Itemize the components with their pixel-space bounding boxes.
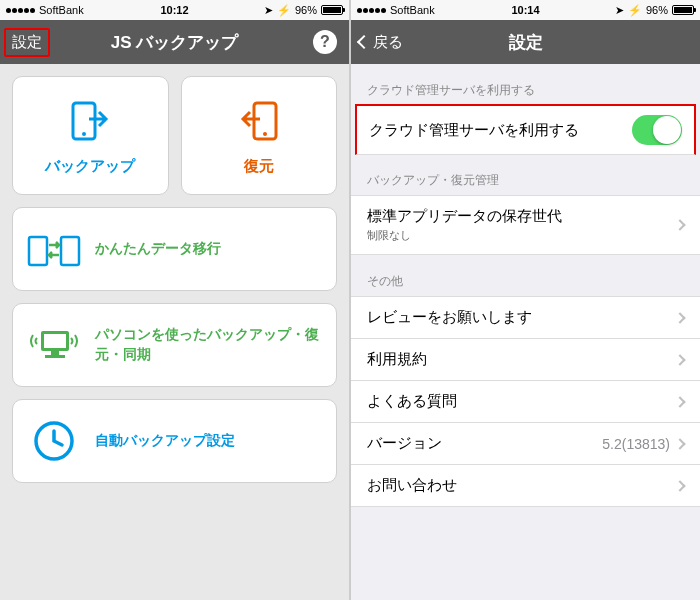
generations-row[interactable]: 標準アプリデータの保存世代 制限なし xyxy=(351,195,700,255)
review-row[interactable]: レビューをお願いします xyxy=(351,296,700,338)
battery-icon xyxy=(672,5,694,15)
svg-rect-7 xyxy=(44,334,66,348)
pc-backup-card[interactable]: パソコンを使ったバックアップ・復元・同期 xyxy=(12,303,337,387)
contact-row[interactable]: お問い合わせ xyxy=(351,464,700,507)
section-backup-header: バックアップ・復元管理 xyxy=(351,154,700,195)
chevron-right-icon xyxy=(674,354,685,365)
chevron-right-icon xyxy=(674,396,685,407)
location-icon: ➤ xyxy=(264,4,273,17)
section-other-header: その他 xyxy=(351,255,700,296)
restore-label: 復元 xyxy=(244,157,274,176)
settings-content: クラウド管理サーバを利用する クラウド管理サーバを利用する バックアップ・復元管… xyxy=(351,64,700,507)
chevron-right-icon xyxy=(674,480,685,491)
backup-card[interactable]: バックアップ xyxy=(12,76,169,195)
battery-percent: 96% xyxy=(295,4,317,16)
svg-point-3 xyxy=(263,132,267,136)
backup-label: バックアップ xyxy=(45,157,135,176)
generations-label: 標準アプリデータの保存世代 xyxy=(367,207,562,226)
faq-row[interactable]: よくある質問 xyxy=(351,380,700,422)
back-label: 戻る xyxy=(373,33,403,52)
restore-icon xyxy=(232,95,286,149)
help-icon: ? xyxy=(320,33,330,51)
chevron-right-icon xyxy=(674,312,685,323)
section-cloud-header: クラウド管理サーバを利用する xyxy=(351,64,700,105)
generations-sub: 制限なし xyxy=(367,228,562,243)
auto-label: 自動バックアップ設定 xyxy=(95,431,322,451)
version-row: バージョン 5.2(13813) xyxy=(351,422,700,464)
settings-title: 設定 xyxy=(509,31,543,54)
backup-icon xyxy=(63,95,117,149)
battery-icon xyxy=(321,5,343,15)
carrier-label: SoftBank xyxy=(39,4,84,16)
svg-rect-4 xyxy=(29,237,47,265)
help-button[interactable]: ? xyxy=(313,30,337,54)
app-title: JS バックアップ xyxy=(111,31,239,54)
status-time: 10:14 xyxy=(511,4,539,16)
signal-icon xyxy=(6,8,35,13)
nav-bar: 戻る 設定 xyxy=(351,20,700,64)
status-bar: SoftBank 10:12 ➤ ⚡ 96% xyxy=(0,0,349,20)
screen-settings: SoftBank 10:14 ➤ ⚡ 96% 戻る 設定 クラウド管理サーバを利… xyxy=(351,0,700,600)
bluetooth-icon: ⚡ xyxy=(277,4,291,17)
home-content: バックアップ 復元 かんたんデータ移行 パソコンを使ったバックアップ・復元・同期 xyxy=(0,64,349,600)
terms-row[interactable]: 利用規約 xyxy=(351,338,700,380)
svg-rect-5 xyxy=(61,237,79,265)
pc-icon xyxy=(27,318,81,372)
clock-icon xyxy=(27,414,81,468)
svg-rect-9 xyxy=(45,355,65,358)
faq-label: よくある質問 xyxy=(367,392,457,411)
cloud-server-label: クラウド管理サーバを利用する xyxy=(369,121,579,140)
carrier-label: SoftBank xyxy=(390,4,435,16)
nav-bar: 設定 JS バックアップ ? xyxy=(0,20,349,64)
pc-label: パソコンを使ったバックアップ・復元・同期 xyxy=(95,325,322,364)
location-icon: ➤ xyxy=(615,4,624,17)
restore-card[interactable]: 復元 xyxy=(181,76,338,195)
terms-label: 利用規約 xyxy=(367,350,427,369)
svg-rect-8 xyxy=(51,351,59,355)
contact-label: お問い合わせ xyxy=(367,476,457,495)
chevron-right-icon xyxy=(674,219,685,230)
migrate-card[interactable]: かんたんデータ移行 xyxy=(12,207,337,291)
migrate-label: かんたんデータ移行 xyxy=(95,239,322,259)
auto-backup-card[interactable]: 自動バックアップ設定 xyxy=(12,399,337,483)
status-time: 10:12 xyxy=(160,4,188,16)
review-label: レビューをお願いします xyxy=(367,308,532,327)
settings-button[interactable]: 設定 xyxy=(4,28,50,57)
back-button[interactable]: 戻る xyxy=(359,33,403,52)
version-label: バージョン xyxy=(367,434,442,453)
chevron-left-icon xyxy=(357,35,371,49)
signal-icon xyxy=(357,8,386,13)
battery-percent: 96% xyxy=(646,4,668,16)
screen-home: SoftBank 10:12 ➤ ⚡ 96% 設定 JS バックアップ ? バッ… xyxy=(0,0,349,600)
settings-button-label: 設定 xyxy=(12,33,42,52)
bluetooth-icon: ⚡ xyxy=(628,4,642,17)
migrate-icon xyxy=(27,222,81,276)
cloud-toggle[interactable] xyxy=(632,115,682,145)
cloud-server-row[interactable]: クラウド管理サーバを利用する xyxy=(355,104,696,155)
chevron-right-icon xyxy=(674,438,685,449)
version-value: 5.2(13813) xyxy=(602,436,670,452)
svg-point-1 xyxy=(82,132,86,136)
status-bar: SoftBank 10:14 ➤ ⚡ 96% xyxy=(351,0,700,20)
